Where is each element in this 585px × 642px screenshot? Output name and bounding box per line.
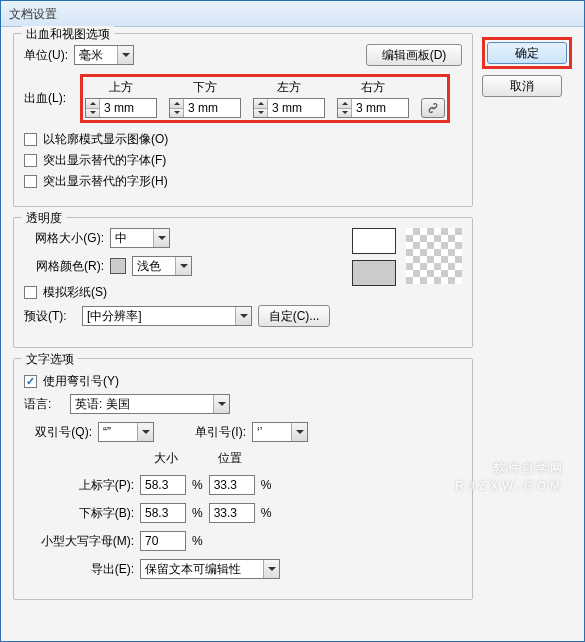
link-icon (427, 102, 439, 114)
white-swatch (352, 228, 396, 254)
outline-label: 以轮廓模式显示图像(O) (43, 131, 168, 148)
dquote-combo[interactable]: “” (98, 422, 154, 442)
ok-highlight: 确定 (482, 37, 572, 69)
swatch-stack (352, 228, 396, 286)
curly-label: 使用弯引号(Y) (43, 373, 119, 390)
ok-button[interactable]: 确定 (487, 42, 567, 64)
bleed-right-header: 右方 (361, 79, 385, 96)
checkbox-icon (24, 175, 37, 188)
cancel-button[interactable]: 取消 (482, 75, 562, 97)
sup-pos-input[interactable]: 33.3 (209, 475, 255, 495)
gridsize-label: 网格大小(G): (24, 230, 104, 247)
edit-artboards-button[interactable]: 编辑画板(D) (366, 44, 462, 66)
sup-label: 上标字(P): (24, 477, 134, 494)
export-label: 导出(E): (24, 561, 134, 578)
subglyph-check[interactable]: 突出显示替代的字形(H) (24, 173, 462, 190)
percent: % (192, 478, 203, 492)
watermark-main: 软件自学网 (494, 461, 564, 475)
subfont-check[interactable]: 突出显示替代的字体(F) (24, 152, 462, 169)
preset-combo[interactable]: [中分辨率] (82, 306, 252, 326)
language-combo[interactable]: 英语: 美国 (70, 394, 230, 414)
bleed-bottom-value: 3 mm (184, 99, 240, 117)
preset-label: 预设(T): (24, 308, 76, 325)
units-value: 毫米 (75, 47, 117, 64)
sub-pos-input[interactable]: 33.3 (209, 503, 255, 523)
transparency-legend: 透明度 (22, 210, 66, 227)
bleed-bottom-header: 下方 (193, 79, 217, 96)
percent: % (192, 506, 203, 520)
bleed-bottom-input[interactable]: 3 mm (169, 98, 241, 118)
bleed-grid: 上方 3 mm 下方 3 mm (85, 79, 445, 118)
transparency-group: 透明度 网格大小(G): 中 网格颜色(R): 浅色 (13, 217, 473, 348)
chevron-down-icon (263, 560, 279, 578)
chevron-down-icon (117, 46, 133, 64)
language-value: 英语: 美国 (71, 396, 213, 413)
gridcolor-value: 浅色 (133, 258, 175, 275)
gridsize-value: 中 (111, 230, 153, 247)
bleed-left-input[interactable]: 3 mm (253, 98, 325, 118)
units-label: 单位(U): (24, 47, 68, 64)
bleed-label: 出血(L): (24, 90, 74, 107)
gridsize-combo[interactable]: 中 (110, 228, 170, 248)
percent: % (261, 478, 272, 492)
titlebar: 文档设置 (1, 1, 584, 27)
type-group: 文字选项 使用弯引号(Y) 语言: 英语: 美国 双引号(Q): “” 单 (13, 358, 473, 600)
language-label: 语言: (24, 396, 64, 413)
units-combo[interactable]: 毫米 (74, 45, 134, 65)
spinner-arrows[interactable] (338, 99, 352, 117)
bleed-top-value: 3 mm (100, 99, 156, 117)
checkbox-icon (24, 286, 37, 299)
checkbox-icon (24, 375, 37, 388)
simulate-label: 模拟彩纸(S) (43, 284, 107, 301)
bleed-view-group: 出血和视图选项 单位(U): 毫米 编辑画板(D) 出血(L): 上方 (13, 33, 473, 207)
bleed-bottom-col: 下方 3 mm (169, 79, 241, 118)
dquote-label: 双引号(Q): (24, 424, 92, 441)
bleed-top-input[interactable]: 3 mm (85, 98, 157, 118)
bleed-highlight: 上方 3 mm 下方 3 mm (80, 74, 450, 123)
spinner-arrows[interactable] (170, 99, 184, 117)
bleed-left-header: 左方 (277, 79, 301, 96)
squote-label: 单引号(I): (178, 424, 246, 441)
chevron-down-icon (175, 257, 191, 275)
sub-label: 下标字(B): (24, 505, 134, 522)
subglyph-label: 突出显示替代的字形(H) (43, 173, 168, 190)
export-combo[interactable]: 保留文本可编辑性 (140, 559, 280, 579)
sup-size-input[interactable]: 58.3 (140, 475, 186, 495)
gridcolor-combo[interactable]: 浅色 (132, 256, 192, 276)
subfont-label: 突出显示替代的字体(F) (43, 152, 166, 169)
curly-check[interactable]: 使用弯引号(Y) (24, 373, 462, 390)
percent: % (261, 506, 272, 520)
spinner-arrows[interactable] (86, 99, 100, 117)
preset-value: [中分辨率] (83, 308, 235, 325)
bleed-legend: 出血和视图选项 (22, 26, 114, 43)
spinner-arrows[interactable] (254, 99, 268, 117)
grey-swatch (352, 260, 396, 286)
bleed-right-value: 3 mm (352, 99, 408, 117)
squote-combo[interactable]: ‘’ (252, 422, 308, 442)
bleed-right-input[interactable]: 3 mm (337, 98, 409, 118)
units-row: 单位(U): 毫米 编辑画板(D) (24, 44, 462, 66)
export-value: 保留文本可编辑性 (141, 561, 263, 578)
checker-preview (406, 228, 462, 284)
squote-value: ‘’ (253, 425, 291, 439)
outline-check[interactable]: 以轮廓模式显示图像(O) (24, 131, 462, 148)
checkbox-icon (24, 154, 37, 167)
link-bleed-button[interactable] (421, 98, 445, 118)
pos-header: 位置 (218, 450, 242, 467)
sc-size-input[interactable]: 70 (140, 531, 186, 551)
sub-size-input[interactable]: 58.3 (140, 503, 186, 523)
checkbox-icon (24, 133, 37, 146)
chevron-down-icon (153, 229, 169, 247)
gridcolor-label: 网格颜色(R): (24, 258, 104, 275)
bleed-top-header: 上方 (109, 79, 133, 96)
type-legend: 文字选项 (22, 351, 78, 368)
chevron-down-icon (213, 395, 229, 413)
simulate-check[interactable]: 模拟彩纸(S) (24, 284, 338, 301)
bleed-row: 出血(L): 上方 3 mm 下方 (24, 74, 462, 123)
chevron-down-icon (291, 423, 307, 441)
custom-button[interactable]: 自定(C)... (258, 305, 330, 327)
bleed-right-col: 右方 3 mm (337, 79, 409, 118)
bleed-left-value: 3 mm (268, 99, 324, 117)
action-buttons: 确定 取消 (482, 37, 572, 97)
bleed-top-col: 上方 3 mm (85, 79, 157, 118)
